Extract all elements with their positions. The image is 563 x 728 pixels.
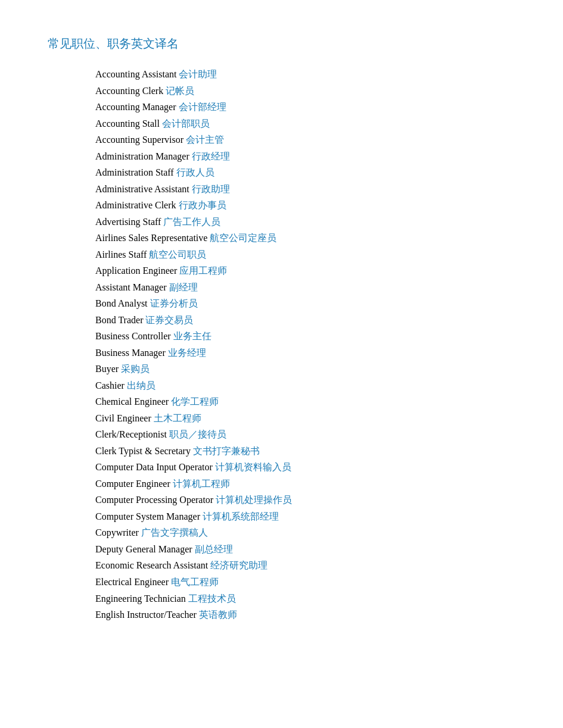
job-chinese: 计算机系统部经理 [203,511,279,521]
list-item: Civil Engineer 土木工程师 [95,410,515,427]
list-item: Advertising Staff 广告工作人员 [95,214,515,230]
job-chinese: 计算机处理操作员 [216,495,292,505]
job-english: Civil Engineer [95,413,154,423]
job-english: Administration Manager [95,151,192,161]
job-english: Computer Data Input Operator [95,462,215,472]
job-english: Computer Processing Operator [95,495,216,505]
list-item: Clerk Typist & Secretary 文书打字兼秘书 [95,443,515,460]
job-chinese: 会计主管 [186,135,224,145]
list-item: Computer Engineer 计算机工程师 [95,476,515,492]
job-english: Accounting Supervisor [95,135,186,145]
list-item: Economic Research Assistant 经济研究助理 [95,557,515,574]
job-list: Accounting Assistant 会计助理Accounting Cler… [48,66,515,623]
list-item: Accounting Stall 会计部职员 [95,115,515,132]
list-item: Accounting Manager 会计部经理 [95,99,515,115]
list-item: Administration Manager 行政经理 [95,148,515,165]
job-english: Application Engineer [95,265,179,276]
list-item: Computer Data Input Operator 计算机资料输入员 [95,459,515,476]
job-english: Clerk Typist & Secretary [95,446,193,456]
list-item: Application Engineer 应用工程师 [95,263,515,279]
job-english: Accounting Manager [95,102,179,112]
job-chinese: 业务经理 [168,348,206,358]
job-english: English Instructor/Teacher [95,610,199,620]
job-english: Airlines Staff [95,249,149,260]
job-chinese: 职员／接待员 [169,429,226,439]
job-english: Economic Research Assistant [95,560,210,570]
job-english: Business Manager [95,348,168,358]
job-chinese: 副经理 [169,282,198,292]
job-chinese: 计算机工程师 [173,479,230,489]
job-chinese: 应用工程师 [179,265,227,276]
job-chinese: 会计助理 [179,69,217,79]
job-english: Chemical Engineer [95,396,171,407]
job-english: Deputy General Manager [95,544,195,554]
job-english: Cashier [95,380,127,390]
list-item: Assistant Manager 副经理 [95,279,515,296]
job-english: Administrative Assistant [95,184,192,194]
job-english: Engineering Technician [95,593,188,604]
job-english: Assistant Manager [95,282,169,292]
job-english: Business Controller [95,331,173,341]
list-item: Cashier 出纳员 [95,377,515,394]
list-item: Airlines Staff 航空公司职员 [95,246,515,263]
list-item: Business Controller 业务主任 [95,328,515,345]
job-chinese: 土木工程师 [154,413,201,423]
list-item: Airlines Sales Representative 航空公司定座员 [95,230,515,246]
list-item: Deputy General Manager 副总经理 [95,541,515,558]
list-item: Accounting Clerk 记帐员 [95,83,515,99]
job-chinese: 英语教师 [199,610,237,620]
job-chinese: 证券交易员 [145,315,193,325]
job-english: Accounting Stall [95,118,162,129]
list-item: Administrative Assistant 行政助理 [95,181,515,198]
list-item: English Instructor/Teacher 英语教师 [95,607,515,623]
job-english: Airlines Sales Representative [95,233,210,243]
job-english: Bond Trader [95,315,145,325]
job-english: Computer System Manager [95,511,203,521]
job-chinese: 采购员 [121,364,150,374]
list-item: Business Manager 业务经理 [95,345,515,361]
job-chinese: 行政人员 [176,167,214,177]
job-chinese: 业务主任 [173,331,211,341]
job-chinese: 副总经理 [195,544,233,554]
list-item: Accounting Supervisor 会计主管 [95,132,515,148]
job-chinese: 记帐员 [166,86,194,96]
job-english: Computer Engineer [95,479,173,489]
page-title: 常见职位、职务英文译名 [48,36,515,52]
list-item: Buyer 采购员 [95,361,515,377]
job-chinese: 化学工程师 [171,396,219,407]
job-chinese: 航空公司定座员 [210,233,276,243]
job-chinese: 经济研究助理 [210,560,267,570]
list-item: Computer Processing Operator 计算机处理操作员 [95,492,515,508]
job-chinese: 广告工作人员 [163,217,220,227]
job-chinese: 文书打字兼秘书 [193,446,260,456]
job-chinese: 计算机资料输入员 [215,462,291,472]
job-english: Copywriter [95,527,141,538]
list-item: Copywriter 广告文字撰稿人 [95,524,515,541]
job-chinese: 证券分析员 [150,298,198,308]
list-item: Chemical Engineer 化学工程师 [95,393,515,410]
list-item: Electrical Engineer 电气工程师 [95,574,515,590]
job-english: Advertising Staff [95,217,163,227]
list-item: Administration Staff 行政人员 [95,164,515,181]
job-english: Bond Analyst [95,298,150,308]
list-item: Bond Trader 证券交易员 [95,312,515,329]
job-chinese: 航空公司职员 [149,249,206,260]
job-english: Accounting Assistant [95,69,179,79]
job-english: Accounting Clerk [95,86,166,96]
job-chinese: 会计部经理 [179,102,226,112]
list-item: Accounting Assistant 会计助理 [95,66,515,83]
job-chinese: 行政助理 [192,184,230,194]
job-english: Buyer [95,364,121,374]
job-chinese: 工程技术员 [188,593,236,604]
job-chinese: 广告文字撰稿人 [141,527,208,538]
list-item: Administrative Clerk 行政办事员 [95,197,515,214]
list-item: Clerk/Receptionist 职员／接待员 [95,426,515,443]
list-item: Engineering Technician 工程技术员 [95,590,515,607]
job-english: Administrative Clerk [95,200,179,210]
job-chinese: 会计部职员 [162,118,210,129]
job-english: Clerk/Receptionist [95,429,169,439]
job-english: Electrical Engineer [95,577,171,587]
job-english: Administration Staff [95,167,176,177]
job-chinese: 行政办事员 [179,200,226,210]
list-item: Bond Analyst 证券分析员 [95,295,515,312]
